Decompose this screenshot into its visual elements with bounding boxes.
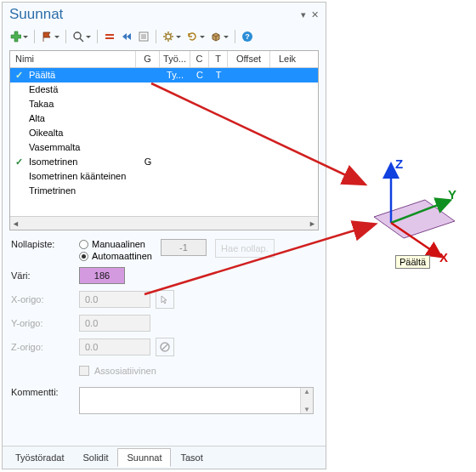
col-offset-header[interactable]: Offset [228, 51, 270, 67]
dropdown-icon[interactable]: ▾ [301, 9, 306, 20]
color-swatch[interactable]: 186 [79, 267, 125, 284]
flag-button[interactable] [39, 30, 61, 43]
row-name: Trimetrinen [10, 184, 136, 198]
row-g [136, 184, 160, 198]
tab-tasot[interactable]: Tasot [171, 448, 212, 467]
tab-työstöradat[interactable]: Työstöradat [6, 448, 73, 467]
grid-row[interactable]: Oikealta [10, 126, 318, 140]
vari-row: Väri: 186 [11, 266, 317, 285]
col-c-header[interactable]: C [190, 51, 209, 67]
row-c [190, 111, 209, 126]
row-t [209, 82, 228, 97]
col-g-header[interactable]: G [136, 51, 160, 67]
axis-viewport[interactable]: Z Y X [344, 153, 472, 289]
grid-row[interactable]: Trimetrinen [10, 184, 318, 198]
grid-body: PäältäTy...CTEdestäTakaaAltaOikealtaVase… [10, 68, 318, 216]
box-button[interactable] [208, 30, 230, 43]
help-button[interactable]: ? [240, 30, 255, 43]
list-button[interactable] [136, 30, 151, 43]
separator [235, 30, 235, 43]
row-g [136, 82, 160, 97]
row-t: T [209, 68, 228, 82]
rewind-button[interactable] [119, 30, 134, 43]
xorigo-label: X-origo: [11, 294, 79, 304]
row-c: C [190, 68, 209, 82]
separator [65, 30, 66, 43]
gear-button[interactable] [161, 30, 183, 43]
equals-button[interactable] [102, 30, 117, 43]
col-leik-header[interactable]: Leik [270, 51, 304, 67]
scroll-down-icon[interactable]: ▼ [303, 406, 310, 413]
get-zero-button: Hae nollap. [215, 239, 275, 258]
comment-scrollbar[interactable]: ▲ ▼ [300, 388, 313, 413]
radio-icon [79, 252, 88, 261]
svg-line-1 [80, 38, 83, 42]
row-offset [228, 169, 270, 184]
row-offset [228, 140, 270, 155]
row-offset [228, 111, 270, 126]
z-label: Z [395, 156, 403, 171]
radio-auto[interactable]: Automaattinen [79, 251, 152, 261]
vari-label: Väri: [11, 270, 79, 281]
row-tyo [160, 155, 190, 169]
add-button[interactable] [8, 30, 30, 43]
grid-row[interactable]: PäältäTy...CT [10, 68, 318, 82]
grid-row[interactable]: Edestä [10, 82, 318, 97]
grid-row[interactable]: Takaa [10, 97, 318, 111]
xorigo-value: 0.0 [79, 291, 150, 308]
refresh-button[interactable] [184, 30, 207, 43]
radio-manual[interactable]: Manuaalinen [79, 239, 152, 249]
assoc-label: Assosiatiivinen [94, 366, 156, 376]
grid-row[interactable]: Alta [10, 111, 318, 126]
radio-manual-label: Manuaalinen [92, 239, 145, 249]
assoc-checkbox [79, 366, 89, 376]
row-g: G [136, 155, 160, 169]
row-name: Edestä [10, 82, 136, 97]
row-offset [228, 68, 270, 82]
row-g [136, 111, 160, 126]
toolbar: ? [3, 28, 326, 48]
col-tyo-header[interactable]: Työ... [160, 51, 190, 67]
row-leik [270, 97, 304, 111]
row-t [209, 126, 228, 140]
grid-row[interactable]: IsometrinenG [10, 155, 318, 169]
box-icon [210, 31, 222, 43]
scroll-right-icon[interactable]: ► [309, 219, 316, 228]
scroll-left-icon[interactable]: ◄ [12, 219, 20, 228]
svg-line-16 [171, 33, 173, 35]
forbid-button [156, 338, 174, 356]
grid-row[interactable]: Vasemmalta [10, 140, 318, 155]
search-button[interactable] [71, 30, 93, 43]
horizontal-scrollbar[interactable]: ◄ ► [10, 216, 318, 230]
svg-line-20 [162, 344, 168, 350]
tab-suunnat[interactable]: Suunnat [117, 448, 171, 467]
row-c [190, 155, 209, 169]
panel-header: Suunnat ▾ ✕ [3, 3, 326, 28]
col-t-header[interactable]: T [209, 51, 228, 67]
comment-row: Kommentti: ▲ ▼ [11, 387, 317, 414]
row-tyo [160, 184, 190, 198]
list-icon [138, 31, 150, 43]
tab-solidit[interactable]: Solidit [73, 448, 117, 467]
zorigo-label: Z-origo: [11, 342, 79, 352]
svg-point-8 [166, 34, 171, 39]
grid-row[interactable]: Isometrinen käänteinen [10, 169, 318, 184]
gear-icon [162, 31, 174, 43]
row-name: Päältä [10, 68, 136, 82]
row-tyo [160, 140, 190, 155]
row-g [136, 68, 160, 82]
row-c [190, 169, 209, 184]
search-icon [72, 31, 84, 43]
yorigo-label: Y-origo: [11, 318, 79, 328]
comment-textarea[interactable]: ▲ ▼ [79, 387, 314, 414]
bottom-tabs: TyöstöradatSoliditSuunnatTasot [3, 446, 326, 469]
row-leik [270, 140, 304, 155]
close-icon[interactable]: ✕ [311, 9, 319, 20]
col-name-header[interactable]: Nimi [10, 51, 136, 67]
row-g [136, 126, 160, 140]
nollapiste-radios: Manuaalinen Automaattinen [79, 239, 152, 261]
row-g [136, 169, 160, 184]
scroll-up-icon[interactable]: ▲ [303, 388, 310, 395]
row-name: Isometrinen käänteinen [10, 169, 136, 184]
separator [97, 30, 98, 43]
